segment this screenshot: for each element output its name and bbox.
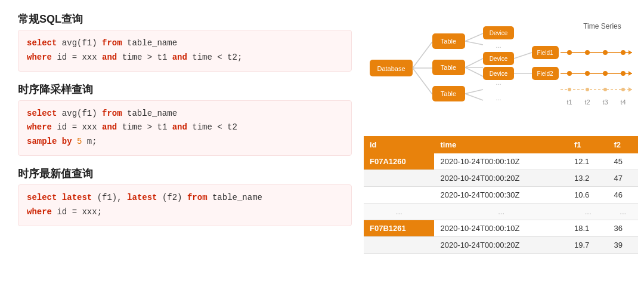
svg-line-12 (465, 41, 483, 45)
svg-marker-55 (628, 87, 632, 92)
table-row: 2020-10-24T00:00:30Z10.646 (364, 187, 638, 204)
svg-point-54 (621, 88, 625, 91)
table-row: 2020-10-24T00:00:20Z13.247 (364, 170, 638, 187)
kw-and-3: and (102, 122, 117, 132)
table-header-row: id time f1 f2 (364, 136, 638, 153)
svg-line-11 (465, 33, 483, 41)
kw-where-3: where (27, 207, 52, 217)
kw-from-2: from (102, 109, 122, 118)
kw-and-1: and (102, 53, 117, 62)
svg-text:Table: Table (441, 38, 456, 45)
kw-select-1: select (27, 38, 57, 48)
diagram-area: Database Table Table Table D (364, 12, 638, 131)
section-title-1: 常规SQL查询 (18, 12, 352, 26)
svg-text:Field1: Field1 (537, 50, 553, 56)
right-panel: Database Table Table Table D (364, 12, 638, 290)
kw-where-1: where (27, 53, 52, 62)
code-line-1-2: where id = xxx and time > t1 and time < … (27, 51, 343, 65)
svg-point-43 (621, 71, 626, 76)
svg-marker-38 (628, 50, 632, 55)
cell-f2: 46 (608, 187, 638, 204)
svg-text:Database: Database (377, 65, 405, 72)
svg-line-4 (413, 68, 432, 94)
section-regular-sql: 常规SQL查询 select avg(f1) from table_name w… (18, 12, 352, 72)
col-header-f1: f1 (568, 136, 608, 153)
svg-line-16 (465, 90, 483, 94)
num-5: 5 (77, 137, 82, 146)
svg-line-17 (465, 94, 483, 100)
col-header-time: time (434, 136, 568, 153)
cell-f1-dots: ... (568, 204, 608, 220)
hierarchy-diagram: Database Table Table Table D (364, 12, 638, 131)
cell-f2: 45 (608, 153, 638, 170)
svg-text:...: ... (496, 79, 501, 86)
code-line-2-2: where id = xxx and time > t1 and time < … (27, 121, 343, 135)
kw-latest-2: latest (127, 193, 157, 202)
cell-id (364, 170, 434, 187)
svg-point-40 (567, 71, 572, 76)
result-table: id time f1 f2 F07A12602020-10-24T00:00:1… (364, 136, 638, 254)
cell-time-dots: ... (434, 204, 568, 220)
svg-point-36 (603, 50, 608, 55)
svg-text:Table: Table (441, 90, 456, 97)
section-title-3: 时序最新值查询 (18, 167, 352, 181)
svg-text:t3: t3 (602, 98, 608, 106)
code-line-3-1: select latest (f1), latest (f2) from tab… (27, 191, 343, 205)
cell-f2: 47 (608, 170, 638, 187)
code-line-3-2: where id = xxx; (27, 205, 343, 220)
svg-text:t2: t2 (584, 98, 590, 106)
data-table-container: id time f1 f2 F07A12602020-10-24T00:00:1… (364, 136, 638, 254)
left-panel: 常规SQL查询 select avg(f1) from table_name w… (18, 12, 352, 290)
col-header-id: id (364, 136, 434, 153)
cell-id: F07B1261 (364, 220, 434, 237)
svg-line-15 (465, 67, 483, 76)
code-line-2-1: select avg(f1) from table_name (27, 107, 343, 121)
section-latest-sql: 时序最新值查询 select latest (f1), latest (f2) … (18, 167, 352, 226)
kw-select-3: select (27, 193, 57, 202)
cell-f2: 36 (608, 220, 638, 237)
svg-point-34 (567, 50, 572, 55)
cell-time: 2020-10-24T00:00:20Z (434, 237, 568, 254)
cell-f1: 13.2 (568, 170, 608, 187)
table-row: ............ (364, 204, 638, 220)
svg-text:...: ... (496, 94, 501, 101)
table-row: 2020-10-24T00:00:20Z19.739 (364, 237, 638, 254)
svg-point-53 (603, 88, 607, 91)
kw-where-2: where (27, 122, 52, 132)
svg-text:...: ... (496, 42, 501, 49)
cell-id-dots: ... (364, 204, 434, 220)
svg-point-42 (603, 71, 608, 76)
cell-f1: 10.6 (568, 187, 608, 204)
code-line-2-3: sample by 5 m; (27, 135, 343, 149)
kw-latest-1: latest (62, 193, 92, 202)
cell-f1: 18.1 (568, 220, 608, 237)
kw-and-2: and (172, 53, 187, 62)
svg-point-51 (568, 88, 571, 91)
svg-text:t1: t1 (566, 98, 572, 106)
table-body: F07A12602020-10-24T00:00:10Z12.1452020-1… (364, 153, 638, 254)
svg-text:Field2: Field2 (537, 70, 553, 77)
section-downsample-sql: 时序降采样查询 select avg(f1) from table_name w… (18, 82, 352, 156)
svg-line-2 (413, 42, 432, 68)
svg-line-13 (465, 58, 483, 67)
kw-from-1: from (102, 38, 122, 48)
kw-from-3: from (187, 193, 208, 202)
cell-time: 2020-10-24T00:00:10Z (434, 220, 568, 237)
kw-select-2: select (27, 109, 57, 118)
cell-id (364, 237, 434, 254)
svg-text:Device: Device (490, 30, 508, 36)
code-block-1: select avg(f1) from table_name where id … (18, 30, 352, 72)
cell-id (364, 187, 434, 204)
kw-sample: sample by (27, 137, 77, 146)
svg-point-52 (586, 88, 589, 91)
svg-line-26 (514, 53, 532, 58)
cell-time: 2020-10-24T00:00:10Z (434, 153, 568, 170)
svg-point-41 (585, 71, 590, 76)
svg-text:t4: t4 (620, 98, 626, 106)
svg-text:Table: Table (441, 64, 456, 71)
svg-text:Device: Device (490, 70, 508, 77)
code-line-1-1: select avg(f1) from table_name (27, 36, 343, 51)
cell-f2-dots: ... (608, 204, 638, 220)
col-header-f2: f2 (608, 136, 638, 153)
table-row: F07B12612020-10-24T00:00:10Z18.136 (364, 220, 638, 237)
